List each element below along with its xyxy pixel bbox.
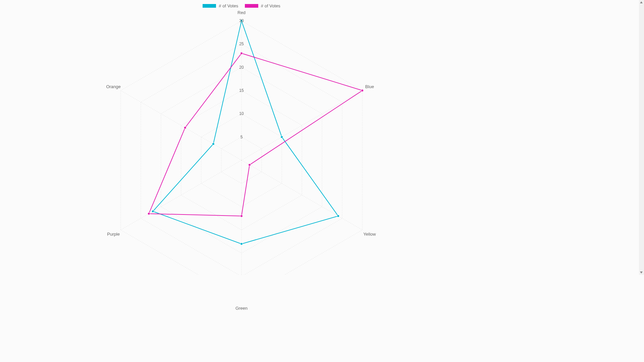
svg-point-9 — [240, 243, 243, 245]
svg-point-16 — [148, 213, 150, 215]
svg-point-15 — [240, 215, 243, 217]
svg-point-7 — [281, 136, 283, 138]
svg-point-13 — [361, 89, 364, 92]
axis-label-green: Green — [235, 305, 248, 310]
svg-point-12 — [240, 52, 243, 55]
scroll-down-icon[interactable] — [640, 272, 643, 274]
axis-label-red: Red — [237, 10, 246, 15]
svg-point-17 — [184, 126, 186, 129]
svg-point-8 — [337, 215, 339, 217]
axis-label-yellow: Yellow — [363, 232, 376, 237]
svg-point-14 — [249, 164, 251, 166]
svg-point-11 — [212, 143, 214, 145]
tick-label: 20 — [239, 65, 244, 70]
tick-label: 30 — [239, 18, 244, 23]
scroll-up-icon[interactable] — [640, 1, 643, 3]
tick-label: 25 — [239, 42, 244, 46]
svg-point-10 — [152, 210, 154, 213]
vertical-scrollbar[interactable] — [639, 0, 644, 275]
axis-label-blue: Blue — [365, 84, 374, 89]
tick-label: 15 — [239, 88, 244, 93]
axis-label-orange: Orange — [106, 84, 120, 89]
tick-label: 5 — [240, 135, 243, 139]
radar-chart: # of Votes # of Votes Red Blue Yellow Gr… — [0, 0, 483, 275]
axis-label-purple: Purple — [107, 232, 120, 237]
tick-label: 10 — [239, 111, 244, 116]
